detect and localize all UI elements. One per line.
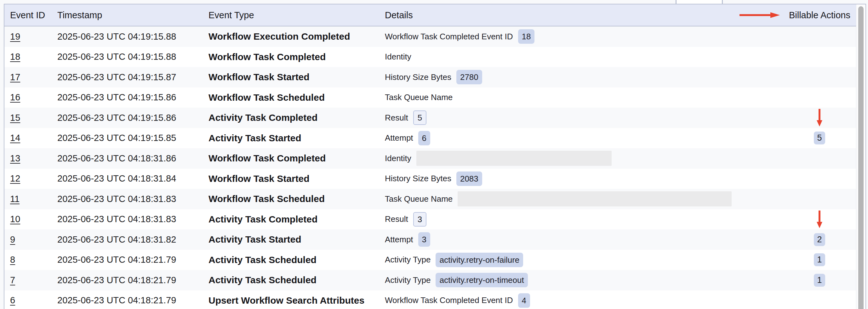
timestamp-cell: 2025-06-23 UTC 04:19:15.88 [57,31,209,42]
annotation-arrow-down-icon [817,210,822,228]
workflow-history-screen: Event ID Timestamp Event Type Details Bi… [0,0,868,309]
details-cell: Identity [385,151,780,166]
table-row[interactable]: 10 2025-06-23 UTC 04:18:31.83 Activity T… [4,209,866,230]
timestamp-cell: 2025-06-23 UTC 04:18:31.83 [57,214,209,225]
table-row[interactable]: 6 2025-06-23 UTC 04:18:21.79 Upsert Work… [4,290,866,309]
event-type-cell: Workflow Task Completed [209,52,385,62]
detail-badge: 3 [418,232,430,247]
timestamp-cell: 2025-06-23 UTC 04:19:15.88 [57,52,209,62]
details-cell: History Size Bytes 2083 [385,171,780,186]
event-id-link[interactable]: 19 [10,31,20,41]
table-header-row: Event ID Timestamp Event Type Details Bi… [4,4,866,27]
detail-label: Result [385,214,408,224]
event-id-link[interactable]: 8 [10,254,15,265]
billable-actions-cell: 1 [780,274,856,287]
detail-label: Task Queue Name [385,194,453,204]
detail-label: Identity [385,153,411,163]
scrollbar-track[interactable] [856,4,866,309]
event-id-link[interactable]: 7 [10,275,15,285]
column-header-timestamp: Timestamp [57,10,209,21]
event-id-link[interactable]: 15 [10,113,20,123]
timestamp-cell: 2025-06-23 UTC 04:18:21.79 [57,254,209,265]
event-id-link[interactable]: 14 [10,133,20,143]
column-header-event-type: Event Type [209,10,385,21]
billable-actions-cell: 2 [780,233,856,246]
event-id-link[interactable]: 10 [10,214,20,224]
timestamp-cell: 2025-06-23 UTC 04:19:15.87 [57,72,209,82]
table-row[interactable]: 14 2025-06-23 UTC 04:19:15.85 Activity T… [4,128,866,148]
timestamp-cell: 2025-06-23 UTC 04:18:31.86 [57,153,209,164]
details-cell: Activity Type activity.retry-on-failure [385,253,780,267]
detail-label: History Size Bytes [385,72,451,82]
detail-badge: activity.retry-on-timeout [436,273,528,287]
details-cell: Attempt 6 [385,131,780,145]
event-type-cell: Activity Task Scheduled [209,275,385,285]
table-row[interactable]: 8 2025-06-23 UTC 04:18:21.79 Activity Ta… [4,250,866,270]
event-id-link[interactable]: 17 [10,72,20,82]
details-cell: Attempt 3 [385,232,780,247]
table-row[interactable]: 16 2025-06-23 UTC 04:19:15.86 Workflow T… [4,88,866,108]
billable-actions-cell [780,210,856,228]
event-type-cell: Activity Task Completed [209,112,385,123]
event-id-link[interactable]: 18 [10,52,20,62]
table-row[interactable]: 18 2025-06-23 UTC 04:19:15.88 Workflow T… [4,47,866,67]
table-row[interactable]: 17 2025-06-23 UTC 04:19:15.87 Workflow T… [4,67,866,88]
timestamp-cell: 2025-06-23 UTC 04:19:15.86 [57,113,209,123]
detail-label: Activity Type [385,275,431,285]
event-type-cell: Workflow Task Scheduled [209,194,385,204]
annotation-arrow-right-icon [740,12,780,18]
details-cell: Identity [385,52,780,62]
table-row[interactable]: 12 2025-06-23 UTC 04:18:31.84 Workflow T… [4,169,866,189]
event-type-cell: Activity Task Started [209,234,385,245]
billable-badge: 1 [814,253,825,266]
event-type-cell: Workflow Task Completed [209,153,385,164]
redacted-value [416,151,612,166]
table-row[interactable]: 13 2025-06-23 UTC 04:18:31.86 Workflow T… [4,148,866,169]
timestamp-cell: 2025-06-23 UTC 04:18:31.84 [57,173,209,184]
table-row[interactable]: 19 2025-06-23 UTC 04:19:15.88 Workflow E… [4,27,866,47]
table-row[interactable]: 9 2025-06-23 UTC 04:18:31.82 Activity Ta… [4,229,866,250]
detail-badge: 4 [518,293,530,308]
detail-badge: 2083 [456,171,482,186]
event-id-link[interactable]: 13 [10,153,20,163]
timestamp-cell: 2025-06-23 UTC 04:18:21.79 [57,275,209,285]
event-type-cell: Activity Task Completed [209,214,385,225]
table-row[interactable]: 15 2025-06-23 UTC 04:19:15.86 Activity T… [4,108,866,128]
event-id-link[interactable]: 11 [10,194,20,204]
scrollbar-thumb[interactable] [858,6,864,309]
billable-badge: 2 [814,233,825,246]
timestamp-cell: 2025-06-23 UTC 04:19:15.86 [57,92,209,103]
annotation-arrow-down-icon [817,109,822,127]
table-row[interactable]: 11 2025-06-23 UTC 04:18:31.83 Workflow T… [4,189,866,209]
details-cell: Activity Type activity.retry-on-timeout [385,273,780,287]
billable-actions-cell: 1 [780,253,856,266]
table-body: 19 2025-06-23 UTC 04:19:15.88 Workflow E… [4,27,866,309]
billable-actions-cell [780,109,856,127]
event-id-link[interactable]: 9 [10,234,15,244]
detail-badge: 5 [413,110,427,125]
detail-label: Identity [385,52,411,62]
table-row[interactable]: 7 2025-06-23 UTC 04:18:21.79 Activity Ta… [4,270,866,290]
event-history-table: Event ID Timestamp Event Type Details Bi… [4,4,866,309]
partial-control-above-table[interactable] [676,0,723,4]
detail-badge: 2780 [456,70,482,84]
detail-badge: activity.retry-on-failure [436,253,523,267]
event-id-link[interactable]: 12 [10,173,20,183]
detail-label: Attempt [385,235,413,244]
billable-actions-cell: 5 [780,132,856,144]
details-cell: Result 5 [385,110,780,125]
detail-badge: 3 [413,212,427,227]
billable-badge: 1 [814,274,825,287]
top-strip [0,0,868,4]
details-cell: Workflow Task Completed Event ID 4 [385,293,780,308]
event-type-cell: Upsert Workflow Search Attributes [209,295,385,306]
event-type-cell: Activity Task Scheduled [209,254,385,265]
column-header-details: Details [385,10,780,21]
event-type-cell: Workflow Execution Completed [209,31,385,42]
event-id-link[interactable]: 6 [10,295,15,305]
timestamp-cell: 2025-06-23 UTC 04:18:21.79 [57,295,209,306]
billable-badge: 5 [814,132,825,144]
details-cell: History Size Bytes 2780 [385,70,780,84]
event-id-link[interactable]: 16 [10,92,20,102]
detail-label: Result [385,113,408,123]
